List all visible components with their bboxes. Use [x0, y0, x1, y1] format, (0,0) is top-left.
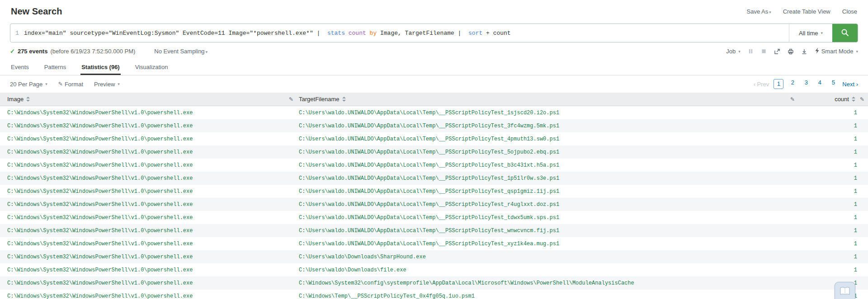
count-cell[interactable]: 1: [854, 110, 857, 116]
target-filename-cell[interactable]: C:\Users\waldo.UNIWALDO\AppData\Local\Te…: [299, 123, 559, 129]
pause-button[interactable]: [748, 48, 754, 54]
table-row: C:\Windows\System32\WindowsPowerShell\v1…: [0, 237, 868, 250]
edit-column-icon[interactable]: ✎: [289, 96, 293, 103]
count-cell[interactable]: 1: [854, 149, 857, 155]
format-button[interactable]: ✎Format: [58, 81, 83, 88]
target-filename-cell[interactable]: C:\Users\waldo\Downloads\SharpHound.exe: [299, 254, 426, 260]
export-button[interactable]: [801, 48, 807, 55]
query-token: [366, 30, 370, 37]
table-row: C:\Windows\System32\WindowsPowerShell\v1…: [0, 198, 868, 211]
count-cell[interactable]: 1: [854, 136, 857, 142]
pagination-page-4[interactable]: 4: [815, 79, 824, 89]
results-toolbar: 20 Per Page▾ ✎Format Preview▾ ‹ Prev 123…: [0, 75, 868, 93]
image-cell[interactable]: C:\Windows\System32\WindowsPowerShell\v1…: [7, 162, 193, 168]
pagination-next[interactable]: Next ›: [842, 81, 858, 88]
count-cell[interactable]: 1: [854, 175, 857, 182]
stop-button[interactable]: [761, 48, 767, 54]
target-filename-cell[interactable]: C:\Windows\System32\config\systemprofile…: [299, 280, 634, 286]
image-cell[interactable]: C:\Windows\System32\WindowsPowerShell\v1…: [7, 175, 193, 182]
preview-label: Preview: [94, 81, 115, 88]
pagination-page-1[interactable]: 1: [774, 79, 783, 89]
query-token: index="main" sourcetype="WinEventLog:Sys…: [24, 30, 327, 37]
print-button[interactable]: [788, 48, 794, 55]
tab-visualization[interactable]: Visualization: [134, 59, 169, 75]
count-cell[interactable]: 1: [854, 201, 857, 208]
edit-column-icon[interactable]: ✎: [790, 96, 795, 103]
query-token: Image, TargetFilename |: [377, 30, 468, 37]
target-filename-cell[interactable]: C:\Users\waldo.UNIWALDO\AppData\Local\Te…: [299, 162, 559, 168]
column-header-image[interactable]: Image: [7, 96, 30, 103]
image-cell[interactable]: C:\Windows\System32\WindowsPowerShell\v1…: [7, 254, 193, 260]
column-header-count[interactable]: count: [835, 96, 855, 103]
close-button[interactable]: Close: [842, 8, 857, 15]
query-line-number: 1: [10, 24, 24, 42]
target-filename-cell[interactable]: C:\Users\waldo.UNIWALDO\AppData\Local\Te…: [299, 201, 559, 208]
image-cell[interactable]: C:\Windows\System32\WindowsPowerShell\v1…: [7, 293, 193, 299]
pagination-page-5[interactable]: 5: [829, 79, 838, 89]
target-filename-cell[interactable]: C:\Users\waldo.UNIWALDO\AppData\Local\Te…: [299, 228, 559, 234]
results-tabs: EventsPatternsStatistics (96)Visualizati…: [0, 59, 868, 75]
pagination-page-3[interactable]: 3: [802, 79, 811, 89]
sort-icon: [26, 97, 30, 102]
format-label: Format: [65, 81, 83, 88]
target-filename-cell[interactable]: C:\Windows\Temp\__PSScriptPolicyTest_0x4…: [299, 293, 475, 299]
image-cell[interactable]: C:\Windows\System32\WindowsPowerShell\v1…: [7, 267, 193, 273]
chevron-down-icon: ▾: [769, 10, 771, 14]
pagination-prev[interactable]: ‹ Prev: [754, 81, 769, 88]
count-cell[interactable]: 1: [854, 267, 857, 273]
image-cell[interactable]: C:\Windows\System32\WindowsPowerShell\v1…: [7, 188, 193, 195]
image-cell[interactable]: C:\Windows\System32\WindowsPowerShell\v1…: [7, 110, 193, 116]
target-filename-cell[interactable]: C:\Users\waldo.UNIWALDO\AppData\Local\Te…: [299, 188, 559, 195]
chevron-down-icon: ▾: [738, 49, 741, 54]
search-input[interactable]: index="main" sourcetype="WinEventLog:Sys…: [24, 24, 789, 42]
image-cell[interactable]: C:\Windows\System32\WindowsPowerShell\v1…: [7, 149, 193, 155]
pagination-page-2[interactable]: 2: [788, 79, 797, 89]
job-status-left: ✓ 275 events (before 6/19/23 7:52:50.000…: [10, 48, 208, 55]
search-button[interactable]: [832, 24, 858, 42]
tab-events[interactable]: Events: [10, 59, 30, 75]
help-widget-button[interactable]: [835, 282, 855, 299]
event-sampling-dropdown[interactable]: No Event Sampling▾: [154, 48, 208, 55]
count-cell[interactable]: 1: [854, 241, 857, 247]
column-header-targetfilename[interactable]: TargetFilename: [299, 96, 346, 103]
target-filename-cell[interactable]: C:\Users\waldo.UNIWALDO\AppData\Local\Te…: [299, 215, 559, 221]
count-cell[interactable]: 1: [854, 215, 857, 221]
edit-column-icon[interactable]: ✎: [860, 96, 864, 103]
create-table-view-button[interactable]: Create Table View: [783, 8, 830, 15]
search-mode-dropdown[interactable]: Smart Mode ▾: [815, 47, 858, 55]
count-cell[interactable]: 1: [854, 254, 857, 260]
column-label: Image: [7, 96, 24, 103]
table-row: C:\Windows\System32\WindowsPowerShell\v1…: [0, 172, 868, 185]
image-cell[interactable]: C:\Windows\System32\WindowsPowerShell\v1…: [7, 123, 193, 129]
target-filename-cell[interactable]: C:\Users\waldo.UNIWALDO\AppData\Local\Te…: [299, 175, 559, 182]
table-row: C:\Windows\System32\WindowsPowerShell\v1…: [0, 159, 868, 172]
share-button[interactable]: [774, 48, 780, 55]
table-row: C:\Windows\System32\WindowsPowerShell\v1…: [0, 106, 868, 119]
job-menu-button[interactable]: Job▾: [726, 48, 741, 55]
count-cell[interactable]: 1: [854, 188, 857, 195]
query-token: by: [370, 30, 377, 37]
time-range-picker[interactable]: All time ▾: [789, 24, 832, 42]
target-filename-cell[interactable]: C:\Users\waldo.UNIWALDO\AppData\Local\Te…: [299, 149, 559, 155]
image-cell[interactable]: C:\Windows\System32\WindowsPowerShell\v1…: [7, 241, 193, 247]
target-filename-cell[interactable]: C:\Users\waldo.UNIWALDO\AppData\Local\Te…: [299, 241, 559, 247]
image-cell[interactable]: C:\Windows\System32\WindowsPowerShell\v1…: [7, 228, 193, 234]
tab-patterns[interactable]: Patterns: [43, 59, 67, 75]
preview-dropdown[interactable]: Preview▾: [94, 81, 120, 88]
chevron-down-icon: ▾: [821, 31, 823, 35]
query-token: [345, 30, 349, 37]
count-cell[interactable]: 1: [854, 162, 857, 168]
image-cell[interactable]: C:\Windows\System32\WindowsPowerShell\v1…: [7, 136, 193, 142]
target-filename-cell[interactable]: C:\Users\waldo.UNIWALDO\AppData\Local\Te…: [299, 136, 559, 142]
count-cell[interactable]: 1: [854, 123, 857, 129]
image-cell[interactable]: C:\Windows\System32\WindowsPowerShell\v1…: [7, 280, 193, 286]
image-cell[interactable]: C:\Windows\System32\WindowsPowerShell\v1…: [7, 215, 193, 221]
table-row: C:\Windows\System32\WindowsPowerShell\v1…: [0, 290, 868, 299]
target-filename-cell[interactable]: C:\Users\waldo.UNIWALDO\AppData\Local\Te…: [299, 110, 559, 116]
count-cell[interactable]: 1: [854, 228, 857, 234]
save-as-button[interactable]: Save As▾: [746, 8, 771, 15]
image-cell[interactable]: C:\Windows\System32\WindowsPowerShell\v1…: [7, 201, 193, 208]
tab-statistics[interactable]: Statistics (96): [80, 59, 121, 75]
per-page-dropdown[interactable]: 20 Per Page▾: [10, 81, 47, 88]
target-filename-cell[interactable]: C:\Users\waldo\Downloads\file.exe: [299, 267, 406, 273]
